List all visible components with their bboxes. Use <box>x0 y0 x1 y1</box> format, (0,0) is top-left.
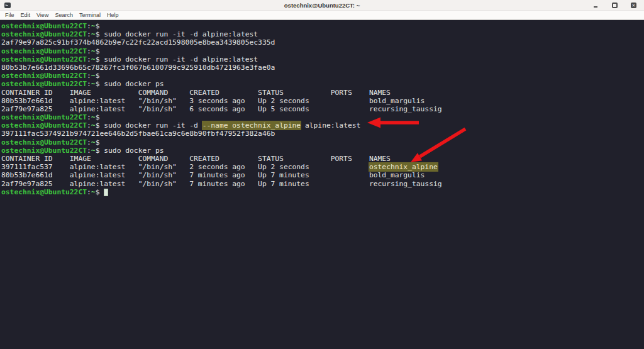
terminal-text: : <box>87 30 91 38</box>
terminal-area[interactable]: ostechnix@Ubuntu22CT:~$ostechnix@Ubuntu2… <box>0 21 644 349</box>
terminal-line: ostechnix@Ubuntu22CT:~$ <box>1 22 644 30</box>
terminal-text: ~ <box>91 30 96 38</box>
prompt-text: ostechnix@Ubuntu22CT <box>1 188 87 196</box>
terminal-line: CONTAINER ID IMAGE COMMAND CREATED STATU… <box>1 155 644 163</box>
terminal-text: $ <box>96 188 104 196</box>
prompt-text: ostechnix@Ubuntu22CT <box>1 55 87 64</box>
prompt-text: ostechnix@Ubuntu22CT <box>1 138 87 147</box>
terminal-line: ostechnix@Ubuntu22CT:~$ <box>1 72 644 80</box>
menubar: File Edit View Search Terminal Help <box>0 11 644 20</box>
terminal-text: 80b53b7e661d alpine:latest "/bin/sh" 7 m… <box>1 171 425 179</box>
terminal-text: $ <box>96 147 104 155</box>
terminal-text: ~ <box>91 72 96 80</box>
menu-item-search[interactable]: Search <box>55 12 73 18</box>
prompt-text: ostechnix@Ubuntu22CT <box>1 47 87 55</box>
menu-item-view[interactable]: View <box>36 12 48 18</box>
prompt-text: ostechnix@Ubuntu22CT <box>1 22 87 30</box>
menu-item-edit[interactable]: Edit <box>21 12 31 18</box>
minimize-icon[interactable] <box>593 3 599 8</box>
terminal-text: ~ <box>91 138 96 147</box>
highlighted-text: --name ostechnix_alpine <box>203 121 301 130</box>
terminal-text: : <box>87 47 91 55</box>
terminal-text: 397111fac537 alpine:latest "/bin/sh" 2 s… <box>1 163 369 171</box>
prompt-text: ostechnix@Ubuntu22CT <box>1 30 87 38</box>
terminal-text: $ <box>96 121 104 130</box>
terminal-text: 2af79e97a825 alpine:latest "/bin/sh" 7 m… <box>1 180 442 188</box>
terminal-text: : <box>87 72 91 80</box>
terminal-text: 397111fac5374921b974721ee646b2d5fbae61ca… <box>1 130 275 138</box>
terminal-text: $ <box>96 22 100 30</box>
terminal-line: 80b53b7e661d alpine:latest "/bin/sh" 3 s… <box>1 97 644 105</box>
terminal-text: $ <box>96 55 104 64</box>
terminal-cursor <box>104 189 108 196</box>
terminal-body: ostechnix@Ubuntu22CT:~$ostechnix@Ubuntu2… <box>0 21 644 196</box>
terminal-text: : <box>87 55 91 64</box>
titlebar: ostechnix@Ubuntu22CT: ~ <box>0 0 644 11</box>
prompt-text: ostechnix@Ubuntu22CT <box>1 113 87 121</box>
terminal-text: $ <box>96 30 104 38</box>
terminal-line: 397111fac5374921b974721ee646b2d5fbae61ca… <box>1 130 644 138</box>
terminal-line: 80b53b7e661d33696b65c78267fc3f067b610079… <box>1 64 644 72</box>
terminal-line: CONTAINER ID IMAGE COMMAND CREATED STATU… <box>1 89 644 97</box>
terminal-text: 80b53b7e661d33696b65c78267fc3f067b610079… <box>1 64 275 72</box>
terminal-text: $ <box>96 47 100 55</box>
terminal-text: ~ <box>91 113 96 121</box>
terminal-line: ostechnix@Ubuntu22CT:~$ <box>1 138 644 147</box>
terminal-line: ostechnix@Ubuntu22CT:~$ <box>1 113 644 121</box>
terminal-line: ostechnix@Ubuntu22CT:~$ sudo docker run … <box>1 30 644 38</box>
terminal-text: CONTAINER ID IMAGE COMMAND CREATED STATU… <box>1 89 391 97</box>
terminal-text: CONTAINER ID IMAGE COMMAND CREATED STATU… <box>1 155 391 163</box>
terminal-text: sudo docker run -it -d alpine:latest <box>104 30 258 38</box>
terminal-text: ~ <box>91 80 96 88</box>
terminal-text: $ <box>96 138 100 147</box>
prompt-text: ostechnix@Ubuntu22CT <box>1 147 87 155</box>
terminal-line: 2af79e97a825 alpine:latest "/bin/sh" 6 s… <box>1 105 644 113</box>
window-title: ostechnix@Ubuntu22CT: ~ <box>0 0 644 11</box>
window-controls <box>593 3 644 8</box>
terminal-line: 80b53b7e661d alpine:latest "/bin/sh" 7 m… <box>1 171 644 179</box>
terminal-text: sudo docker run -it -d <box>104 121 202 130</box>
terminal-text: $ <box>96 80 104 88</box>
terminal-text: ~ <box>91 47 96 55</box>
prompt-text: ostechnix@Ubuntu22CT <box>1 72 87 80</box>
terminal-line: ostechnix@Ubuntu22CT:~$ sudo docker ps <box>1 80 644 88</box>
terminal-line: ostechnix@Ubuntu22CT:~$ sudo docker run … <box>1 121 644 130</box>
menu-item-help[interactable]: Help <box>107 12 119 18</box>
menu-item-terminal[interactable]: Terminal <box>79 12 101 18</box>
prompt-text: ostechnix@Ubuntu22CT <box>1 121 87 130</box>
terminal-text: 2af79e97a825 alpine:latest "/bin/sh" 6 s… <box>1 105 442 113</box>
terminal-text: : <box>87 80 91 88</box>
terminal-text: ~ <box>91 188 96 196</box>
terminal-text: : <box>87 147 91 155</box>
terminal-line: ostechnix@Ubuntu22CT:~$ sudo docker ps <box>1 147 644 155</box>
terminal-text: : <box>87 138 91 147</box>
terminal-line: 397111fac537 alpine:latest "/bin/sh" 2 s… <box>1 163 644 171</box>
highlighted-text: ostechnix_alpine <box>369 163 438 171</box>
terminal-text: ~ <box>91 121 96 130</box>
terminal-text: sudo docker ps <box>104 80 164 88</box>
terminal-window: { "window": { "title": "ostechnix@Ubuntu… <box>0 0 644 349</box>
terminal-text: ~ <box>91 55 96 64</box>
terminal-text: $ <box>96 72 100 80</box>
terminal-line: ostechnix@Ubuntu22CT:~$ <box>1 188 644 196</box>
terminal-line: 2af79e97a825 alpine:latest "/bin/sh" 7 m… <box>1 180 644 188</box>
terminal-text: ~ <box>91 22 96 30</box>
terminal-text: 80b53b7e661d alpine:latest "/bin/sh" 3 s… <box>1 97 425 105</box>
terminal-text: sudo docker run -it -d alpine:latest <box>104 55 258 64</box>
terminal-text: $ <box>96 113 100 121</box>
terminal-text: sudo docker ps <box>104 147 164 155</box>
terminal-text: 2af79e97a825c91bf374b4862b9e7c22fc22acd1… <box>1 38 275 47</box>
terminal-line: ostechnix@Ubuntu22CT:~$ sudo docker run … <box>1 55 644 64</box>
prompt-text: ostechnix@Ubuntu22CT <box>1 80 87 88</box>
terminal-text: ~ <box>91 147 96 155</box>
maximize-icon[interactable] <box>612 3 618 8</box>
terminal-text: : <box>87 113 91 121</box>
terminal-icon <box>4 3 11 8</box>
terminal-line: ostechnix@Ubuntu22CT:~$ <box>1 47 644 55</box>
terminal-text: : <box>87 188 91 196</box>
terminal-text: alpine:latest <box>301 121 360 130</box>
terminal-line: 2af79e97a825c91bf374b4862b9e7c22fc22acd1… <box>1 38 644 47</box>
terminal-text: : <box>87 121 91 130</box>
close-icon[interactable] <box>631 3 636 8</box>
menu-item-file[interactable]: File <box>5 12 14 18</box>
